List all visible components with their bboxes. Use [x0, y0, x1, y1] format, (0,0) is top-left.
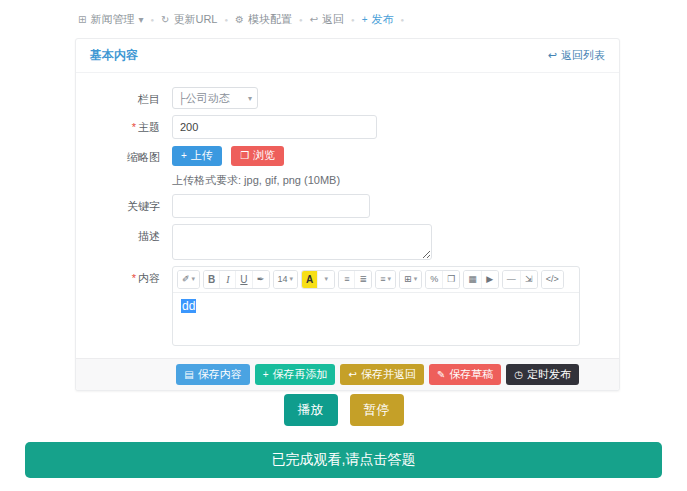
- plus-icon: +: [263, 369, 269, 380]
- gear-icon: ⚙: [235, 14, 244, 25]
- video-button[interactable]: ▶: [482, 271, 498, 288]
- category-row: 栏目 ├公司动态 ▾: [92, 87, 603, 109]
- upload-button[interactable]: + 上传: [172, 146, 222, 166]
- basic-content-panel: 基本内容 ↩ 返回列表 栏目 ├公司动态 ▾ *主题: [75, 38, 620, 391]
- ordered-list-button[interactable]: ≣: [355, 271, 371, 288]
- page: ⊞ 新闻管理 ▾ ● ↻ 更新URL ● ⚙ 模块配置 ● ↩ 返回 ● + 发…: [0, 0, 687, 491]
- editor-content-area[interactable]: dd: [173, 293, 579, 345]
- module-config-button[interactable]: ⚙ 模块配置: [235, 12, 292, 27]
- separator-dot: ●: [224, 17, 228, 23]
- description-textarea[interactable]: [172, 224, 432, 260]
- caret-down-icon: ▾: [388, 275, 392, 283]
- save-and-return-button[interactable]: ↩ 保存并返回: [340, 364, 423, 385]
- save-icon: ▤: [184, 369, 193, 380]
- codeview-icon: </>: [546, 274, 559, 284]
- subject-row: *主题: [92, 115, 603, 139]
- fontsize-dropdown-button[interactable]: 14 ▾: [274, 271, 298, 288]
- save-content-label: 保存内容: [198, 367, 242, 382]
- font-color-button[interactable]: A: [302, 271, 318, 288]
- back-icon: ↩: [310, 14, 318, 25]
- thumbnail-row: 缩略图 + 上传 ❐ 浏览 上传格式要求: jpg, gif, png (10M…: [92, 145, 603, 188]
- separator-dot: ●: [351, 17, 355, 23]
- required-mark: *: [132, 121, 136, 133]
- back-button[interactable]: ↩ 返回: [310, 12, 344, 27]
- style-icon: ✐: [182, 274, 190, 284]
- banner-text: 已完成观看,请点击答题: [272, 451, 416, 469]
- plus-icon: +: [362, 14, 368, 25]
- subject-input[interactable]: [172, 115, 377, 139]
- fullscreen-icon: ⇲: [525, 274, 533, 284]
- save-and-add-button[interactable]: + 保存再添加: [255, 364, 336, 385]
- picture-button[interactable]: ▦: [464, 271, 482, 288]
- menu-news-management-label: 新闻管理: [90, 12, 134, 27]
- horizontal-rule-icon: —: [507, 274, 516, 284]
- schedule-publish-button[interactable]: ◷ 定时发布: [506, 364, 579, 385]
- module-icon: ⊞: [78, 14, 86, 25]
- content-form: 栏目 ├公司动态 ▾ *主题 缩略图 +: [76, 73, 619, 358]
- link-group: % ❐: [425, 270, 460, 289]
- clock-icon: ◷: [514, 369, 523, 380]
- keywords-row: 关键字: [92, 194, 603, 218]
- category-select[interactable]: ├公司动态 ▾: [172, 87, 258, 109]
- bold-button[interactable]: B: [204, 271, 220, 288]
- caret-down-icon: ▾: [192, 275, 196, 283]
- top-toolbar: ⊞ 新闻管理 ▾ ● ↻ 更新URL ● ⚙ 模块配置 ● ↩ 返回 ● + 发…: [78, 12, 404, 27]
- back-label: 返回: [322, 12, 344, 27]
- clear-format-icon: ✒: [257, 274, 265, 284]
- browse-button[interactable]: ❐ 浏览: [231, 146, 284, 166]
- refresh-icon: ↻: [161, 14, 169, 25]
- back-to-list-link[interactable]: ↩ 返回列表: [548, 48, 605, 63]
- underline-button[interactable]: U: [236, 271, 252, 288]
- fontsize-value: 14: [278, 274, 288, 284]
- table-dropdown-button[interactable]: ⊞ ▾: [400, 271, 421, 288]
- save-and-return-label: 保存并返回: [361, 367, 416, 382]
- save-content-button[interactable]: ▤ 保存内容: [176, 364, 249, 385]
- save-draft-label: 保存草稿: [449, 367, 493, 382]
- subject-label: *主题: [92, 115, 172, 135]
- upload-label: 上传: [191, 148, 213, 163]
- menu-news-management[interactable]: ⊞ 新闻管理 ▾: [78, 12, 143, 27]
- file-browse-button[interactable]: ❐: [443, 271, 459, 288]
- misc-group: — ⇲: [502, 270, 538, 289]
- fullscreen-button[interactable]: ⇲: [521, 271, 537, 288]
- plus-icon: +: [181, 150, 187, 161]
- separator-dot: ●: [401, 17, 405, 23]
- update-url-button[interactable]: ↻ 更新URL: [161, 12, 217, 27]
- back-icon: ↩: [348, 369, 356, 380]
- update-url-label: 更新URL: [173, 12, 217, 27]
- unordered-list-button[interactable]: ≡: [339, 271, 355, 288]
- completion-banner[interactable]: 已完成观看,请点击答题: [25, 442, 662, 478]
- pause-button[interactable]: 暂停: [350, 394, 404, 426]
- separator-dot: ●: [299, 17, 303, 23]
- back-to-list-label: 返回列表: [561, 48, 605, 63]
- font-group: B I U ✒: [203, 270, 269, 289]
- link-icon: %: [430, 274, 438, 284]
- schedule-publish-label: 定时发布: [527, 367, 571, 382]
- content-row: *内容 ✐ ▾ B I U: [92, 266, 603, 346]
- color-dropdown-button[interactable]: ▾: [318, 271, 334, 288]
- keywords-input[interactable]: [172, 194, 370, 218]
- codeview-group: </>: [541, 270, 564, 289]
- unordered-list-icon: ≡: [344, 274, 349, 284]
- module-config-label: 模块配置: [248, 12, 292, 27]
- play-button[interactable]: 播放: [284, 394, 338, 426]
- caret-down-icon: ▾: [248, 94, 252, 103]
- rich-text-editor: ✐ ▾ B I U ✒: [172, 266, 580, 346]
- color-group: A ▾: [301, 270, 335, 289]
- media-controls: 播放 暂停: [0, 394, 687, 426]
- italic-button[interactable]: I: [220, 271, 236, 288]
- clear-format-button[interactable]: ✒: [253, 271, 269, 288]
- save-draft-button[interactable]: ✎ 保存草稿: [429, 364, 501, 385]
- horizontal-rule-button[interactable]: —: [503, 271, 521, 288]
- link-button[interactable]: %: [426, 271, 443, 288]
- style-dropdown-button[interactable]: ✐ ▾: [178, 271, 199, 288]
- separator-dot: ●: [150, 17, 154, 23]
- editor-toolbar: ✐ ▾ B I U ✒: [173, 267, 579, 293]
- content-label: *内容: [92, 266, 172, 286]
- codeview-button[interactable]: </>: [542, 271, 563, 288]
- publish-button[interactable]: + 发布: [362, 12, 394, 27]
- content-label-text: 内容: [138, 272, 160, 284]
- category-select-value: ├公司动态: [178, 91, 230, 106]
- description-label: 描述: [92, 224, 172, 244]
- paragraph-dropdown-button[interactable]: ≡ ▾: [376, 271, 395, 288]
